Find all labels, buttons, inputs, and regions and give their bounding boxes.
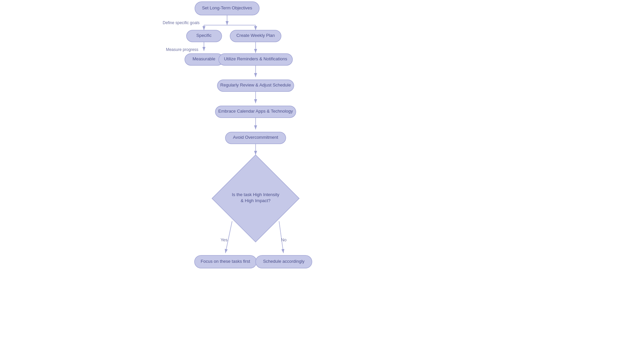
label-yes: Yes [220,237,228,242]
node-measurable-label: Measurable [193,56,215,61]
node-embrace-calendar-label: Embrace Calendar Apps & Technology [218,109,293,114]
node-specific-label: Specific [196,33,212,38]
label-define-goals: Define specific goals [163,20,200,25]
node-schedule-acc-label: Schedule accordingly [263,259,305,264]
node-avoid-overcommit-label: Avoid Overcommitment [233,135,278,140]
node-diamond-label-line2: & High Impact? [241,198,271,203]
node-create-weekly-label: Create Weekly Plan [236,33,275,38]
node-regularly-review-label: Regularly Review & Adjust Schedule [220,82,291,87]
node-utilize-reminders-label: Utilize Reminders & Notifications [224,56,287,61]
label-measure-progress: Measure progress [166,47,199,52]
node-diamond-label-line1: Is the task High Intensity [232,192,279,197]
node-set-long-term-label: Set Long-Term Objectives [202,5,252,10]
label-no: No [281,237,287,242]
node-focus-tasks-label: Focus on these tasks first [201,259,250,264]
flowchart-container: Set Long-Term Objectives Define specific… [0,0,644,362]
